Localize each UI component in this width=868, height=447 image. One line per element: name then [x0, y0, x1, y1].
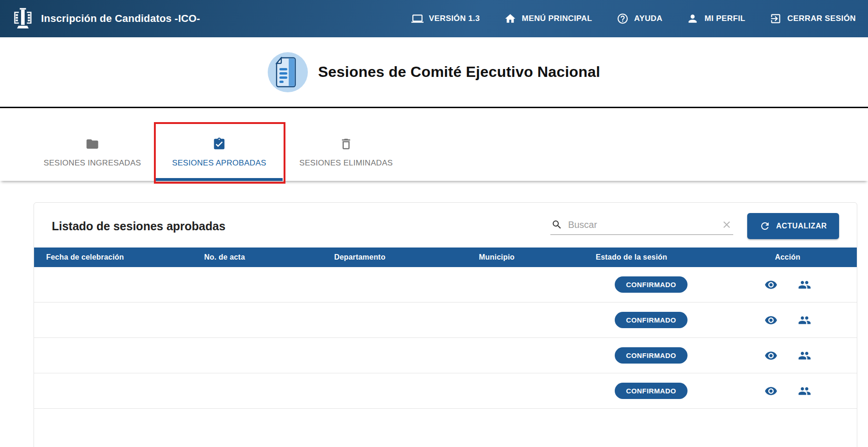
refresh-button[interactable]: ACTUALIZAR [747, 213, 839, 239]
card-title: Listado de sesiones aprobadas [52, 220, 225, 233]
approved-sessions-card: Listado de sesiones aprobadas ACTUALIZAR… [34, 202, 857, 447]
tab-sesiones-ingresadas[interactable]: SESIONES INGRESADAS [29, 124, 156, 181]
nav-version-label: VERSIÓN 1.3 [429, 14, 480, 23]
nav-my-profile[interactable]: MI PERFIL [687, 13, 745, 25]
table-row: CONFIRMADO [34, 338, 857, 373]
document-icon [268, 52, 308, 92]
view-icon[interactable] [764, 349, 778, 362]
search-input[interactable] [568, 220, 715, 230]
tab-label: SESIONES INGRESADAS [44, 158, 141, 168]
nav-main-menu-label: MENÚ PRINCIPAL [522, 14, 592, 23]
col-departamento: Departamento [322, 253, 466, 261]
search-icon [551, 219, 562, 230]
clipboard-check-icon [212, 137, 226, 151]
col-accion: Acción [719, 253, 857, 261]
participants-icon[interactable] [798, 349, 811, 362]
refresh-button-label: ACTUALIZAR [776, 222, 827, 230]
col-fecha: Fecha de celebración [34, 253, 192, 261]
clear-search-icon[interactable] [721, 219, 732, 230]
participants-icon[interactable] [798, 314, 811, 327]
tabs-section: SESIONES INGRESADAS SESIONES APROBADAS S… [0, 108, 868, 181]
page-title: Sesiones de Comité Ejecutivo Nacional [318, 63, 600, 81]
laptop-icon [411, 13, 424, 25]
tabs-row: SESIONES INGRESADAS SESIONES APROBADAS S… [0, 124, 868, 181]
folder-icon [85, 137, 99, 151]
status-badge: CONFIRMADO [615, 347, 687, 364]
participants-icon[interactable] [798, 278, 811, 291]
nav-main-menu[interactable]: MENÚ PRINCIPAL [504, 13, 592, 25]
view-icon[interactable] [764, 385, 778, 398]
brand: Inscripción de Candidatos -ICO- [12, 7, 200, 31]
table-row: CONFIRMADO [34, 267, 857, 303]
nav-logout[interactable]: CERRAR SESIÓN [770, 13, 856, 25]
trash-icon [339, 137, 353, 151]
tab-sesiones-aprobadas[interactable]: SESIONES APROBADAS [156, 124, 283, 181]
person-icon [687, 13, 699, 25]
refresh-icon [759, 220, 771, 232]
table-row: CONFIRMADO [34, 373, 857, 409]
home-icon [504, 13, 516, 25]
status-badge: CONFIRMADO [615, 276, 687, 293]
nav-help[interactable]: AYUDA [617, 13, 663, 25]
col-acta: No. de acta [192, 253, 322, 261]
top-nav: VERSIÓN 1.3 MENÚ PRINCIPAL AYUDA MI PERF… [411, 13, 856, 25]
page-title-section: Sesiones de Comité Ejecutivo Nacional [0, 37, 868, 108]
card-header: Listado de sesiones aprobadas ACTUALIZAR [34, 203, 857, 248]
participants-icon[interactable] [798, 385, 811, 398]
tab-sesiones-eliminadas[interactable]: SESIONES ELIMINADAS [283, 124, 410, 181]
view-icon[interactable] [764, 314, 778, 327]
app-logo-icon [12, 7, 34, 31]
logout-icon [770, 13, 782, 25]
app-title: Inscripción de Candidatos -ICO- [41, 13, 200, 25]
view-icon[interactable] [764, 278, 778, 291]
status-badge: CONFIRMADO [615, 312, 687, 328]
nav-help-label: AYUDA [634, 14, 663, 23]
nav-logout-label: CERRAR SESIÓN [787, 14, 856, 23]
table-row: CONFIRMADO [34, 303, 857, 338]
status-badge: CONFIRMADO [615, 383, 687, 399]
nav-version[interactable]: VERSIÓN 1.3 [411, 13, 480, 25]
search-box [550, 217, 733, 235]
top-bar: Inscripción de Candidatos -ICO- VERSIÓN … [0, 0, 868, 37]
nav-my-profile-label: MI PERFIL [704, 14, 745, 23]
tab-label: SESIONES ELIMINADAS [299, 158, 393, 168]
table-header: Fecha de celebración No. de acta Departa… [34, 248, 857, 267]
col-municipio: Municipio [467, 253, 583, 261]
col-estado: Estado de la sesión [583, 253, 718, 261]
help-icon [617, 13, 629, 25]
tab-label: SESIONES APROBADAS [172, 158, 266, 168]
